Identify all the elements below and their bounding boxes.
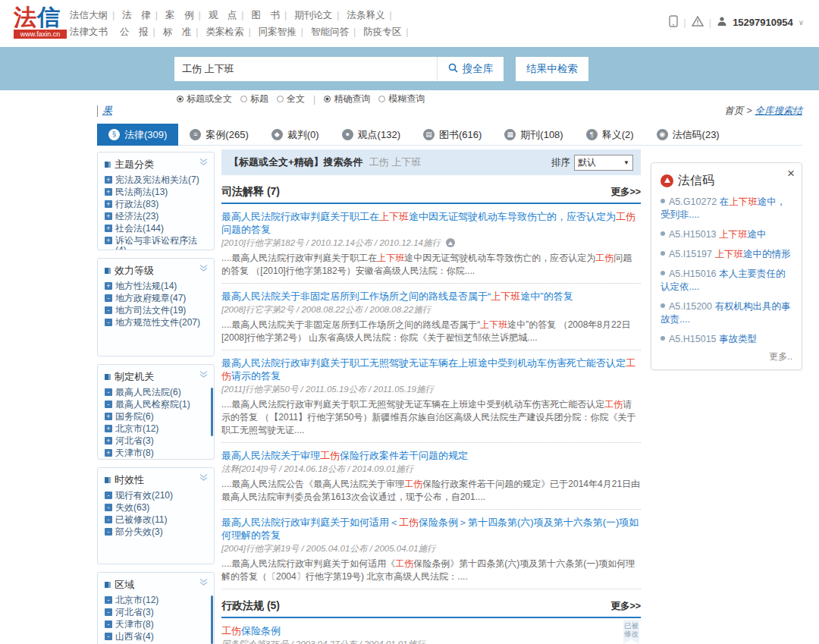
faxin-code-item[interactable]: A5.I15200 有权机构出具的事故责....: [661, 300, 792, 326]
expand-icon[interactable]: -: [105, 401, 112, 408]
nav-link[interactable]: 同案智推: [259, 27, 297, 37]
expand-icon[interactable]: +: [105, 225, 112, 232]
nav-link[interactable]: 智能问答: [311, 27, 349, 37]
filter-item[interactable]: +民法商法(13): [105, 187, 207, 197]
more-link[interactable]: 更多>>: [610, 186, 641, 199]
filter-item[interactable]: -山西省(4): [105, 632, 207, 642]
search-scope-radio[interactable]: 全文: [277, 93, 305, 105]
result-tab[interactable]: ▤图书(616): [412, 124, 493, 146]
filter-item[interactable]: +地方性法规(14): [105, 281, 207, 291]
nav-link[interactable]: 期刊论文: [294, 10, 332, 20]
faxin-code-icon[interactable]: [446, 238, 455, 247]
scrollbar-thumb[interactable]: [211, 388, 213, 436]
nav-link[interactable]: 法条释义: [347, 10, 385, 20]
expand-icon[interactable]: -: [105, 319, 112, 326]
expand-icon[interactable]: +: [105, 413, 112, 420]
expand-icon[interactable]: +: [105, 425, 112, 432]
filter-item[interactable]: +国务院(6): [105, 412, 207, 422]
filter-item[interactable]: -最高人民检察院(1): [105, 400, 207, 410]
expand-icon[interactable]: +: [105, 437, 112, 445]
warning-icon[interactable]: [692, 16, 704, 29]
collapse-chevron-icon[interactable]: [199, 473, 209, 482]
faxin-code-item[interactable]: A5.H15015 事故类型: [661, 333, 792, 346]
result-title-link[interactable]: 最高人民法院关于审理工伤保险行政案件若干问题的规定: [221, 449, 641, 462]
result-title-link[interactable]: 最高人民法院行政审判庭关于职工无照驾驶无证车辆在上班途中受到机动车伤害死亡能否认…: [221, 357, 641, 382]
expand-icon[interactable]: -: [105, 528, 112, 536]
nav-link[interactable]: 法 律: [122, 10, 151, 20]
expand-icon[interactable]: -: [105, 504, 112, 511]
expand-icon[interactable]: +: [105, 282, 112, 290]
filter-item[interactable]: -地方政府规章(47): [105, 294, 207, 303]
mobile-icon[interactable]: [669, 15, 678, 30]
filter-item[interactable]: +行政法(83): [105, 199, 207, 209]
expand-icon[interactable]: -: [105, 492, 112, 499]
search-all-button[interactable]: 搜全库: [437, 57, 504, 81]
result-title-link[interactable]: 最高人民法院行政审判庭关于职工在上下班途中因无证驾驶机动车导致伤亡的，应否认定为…: [221, 210, 641, 236]
expand-icon[interactable]: +: [105, 176, 112, 184]
collapse-chevron-icon[interactable]: [199, 158, 209, 166]
search-scope-radio[interactable]: 标题: [240, 93, 268, 105]
scrollbar-thumb[interactable]: [211, 595, 213, 644]
user-phone[interactable]: 15297910954: [733, 17, 793, 28]
faxin-code-item[interactable]: A5.H15013 上下班途中: [661, 228, 792, 241]
expand-icon[interactable]: +: [105, 237, 112, 244]
filter-item[interactable]: +北京市(12): [105, 424, 207, 434]
filter-item[interactable]: +经济法(23): [105, 212, 207, 221]
nav-link[interactable]: 防疫专区: [363, 27, 401, 37]
more-link[interactable]: 更多>>: [610, 600, 641, 613]
nav-link[interactable]: 公 报: [120, 27, 149, 37]
expand-icon[interactable]: +: [105, 449, 112, 457]
site-logo[interactable]: 法信 www.faxin.cn: [14, 5, 67, 39]
filter-item[interactable]: -最高人民法院(6): [105, 388, 207, 397]
nav-link[interactable]: 图 书: [252, 10, 281, 20]
filter-item[interactable]: -地方规范性文件(207): [105, 318, 207, 328]
filter-item[interactable]: +社会法(144): [105, 224, 207, 234]
chevron-down-icon[interactable]: ∨: [799, 18, 804, 27]
breadcrumb-current[interactable]: 全库搜索结: [755, 105, 803, 116]
result-title-link[interactable]: 工伤保险条例: [221, 624, 641, 637]
filter-item[interactable]: -河北省(3): [105, 608, 207, 617]
result-tab[interactable]: ●观点(132): [331, 124, 412, 146]
nav-link[interactable]: 标 准: [163, 27, 192, 37]
nav-link[interactable]: 类案检索: [206, 27, 244, 37]
filter-item[interactable]: -天津市(8): [105, 620, 207, 630]
collapse-chevron-icon[interactable]: [199, 264, 209, 272]
nav-link[interactable]: 法律文书: [70, 27, 108, 37]
expand-icon[interactable]: +: [105, 188, 112, 196]
result-tab[interactable]: ¶释义(2): [575, 124, 645, 146]
search-mode-radio[interactable]: 模糊查询: [378, 93, 425, 105]
result-title-link[interactable]: 最高人民法院关于非固定居所到工作场所之间的路线是否属于“上下班途中”的答复: [221, 290, 641, 303]
search-input[interactable]: [174, 57, 437, 81]
faxin-code-item[interactable]: A5.H15016 本人主要责任的认定依....: [661, 268, 792, 294]
expand-icon[interactable]: -: [105, 306, 112, 314]
result-tab[interactable]: ◉法信码(23): [645, 124, 731, 146]
filter-item[interactable]: -现行有效(210): [105, 491, 207, 501]
result-tab[interactable]: ▦期刊(108): [493, 124, 574, 146]
collapse-chevron-icon[interactable]: [199, 370, 209, 379]
filter-item[interactable]: -地方司法文件(19): [105, 306, 207, 316]
sort-select[interactable]: 默认▼: [574, 155, 633, 171]
filter-item[interactable]: -部分失效(3): [105, 527, 207, 537]
expand-icon[interactable]: -: [105, 633, 112, 640]
expand-icon[interactable]: -: [105, 608, 112, 616]
faxin-code-item[interactable]: A5.I15197 上下班途中的情形: [661, 248, 792, 261]
nav-link[interactable]: 观 点: [209, 10, 237, 20]
expand-icon[interactable]: -: [105, 516, 112, 523]
search-scope-radio[interactable]: 标题或全文: [177, 93, 232, 105]
result-tab[interactable]: §法律(309): [97, 124, 178, 146]
nav-link[interactable]: 案 例: [165, 10, 194, 20]
filter-item[interactable]: +河北省(3): [105, 436, 207, 446]
close-icon[interactable]: ×: [787, 166, 795, 181]
result-title-link[interactable]: 最高人民法院行政审判庭关于如何适用＜工伤保险条例＞第十四条第(六)项及第十六条第…: [221, 516, 641, 542]
expand-icon[interactable]: +: [105, 200, 112, 208]
search-in-results-button[interactable]: 结果中检索: [516, 57, 588, 81]
filter-item[interactable]: +宪法及宪法相关法(7): [105, 175, 207, 185]
faxin-code-item[interactable]: A5.G10272 在上下班途中，受到非....: [661, 196, 792, 221]
expand-icon[interactable]: -: [105, 596, 112, 604]
filter-item[interactable]: -北京市(12): [105, 595, 207, 605]
expand-icon[interactable]: -: [105, 294, 112, 302]
search-mode-radio[interactable]: 精确查询: [324, 93, 370, 105]
result-tab[interactable]: ≡案例(265): [178, 124, 259, 146]
filter-item[interactable]: -已被修改(11): [105, 515, 207, 525]
filter-item[interactable]: -失效(63): [105, 503, 207, 513]
